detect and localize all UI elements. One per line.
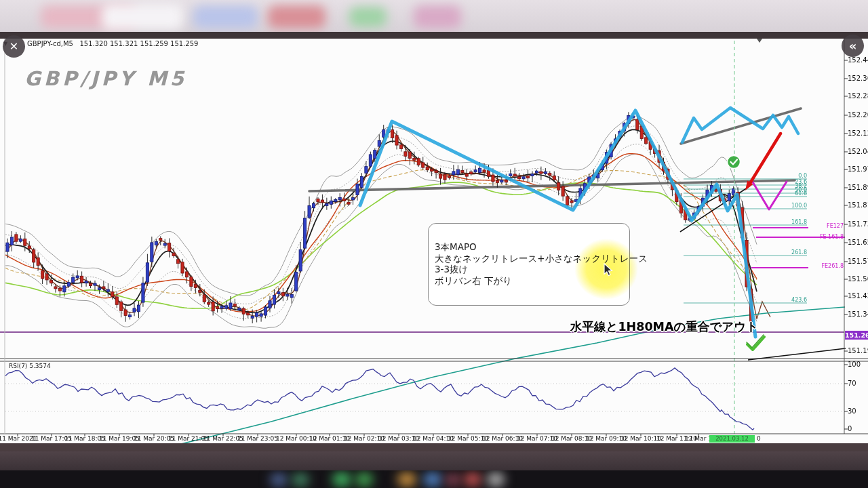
price-axis-label: 152.365 bbox=[848, 75, 868, 82]
price-axis-label: 151.190 bbox=[848, 347, 868, 354]
price-axis-label: 70 bbox=[848, 380, 856, 387]
time-axis-label: 11 Mar 23:05 bbox=[237, 435, 278, 442]
price-axis-label: 151.655 bbox=[848, 239, 868, 246]
taskbar-icon bbox=[397, 472, 416, 487]
price-axis-label: 152.440 bbox=[848, 56, 868, 64]
taskbar-icon bbox=[355, 472, 373, 487]
fib-level-label: 61.8 bbox=[795, 190, 807, 197]
price-axis-label: 151.425 bbox=[848, 292, 868, 300]
price-axis-label: 152.285 bbox=[848, 92, 868, 100]
price-axis-label: 151.500 bbox=[848, 275, 868, 283]
taskbar-icon bbox=[270, 473, 288, 487]
fib-level-label: 161.8 bbox=[791, 219, 807, 225]
price-axis-label: 151.970 bbox=[848, 165, 868, 173]
taskbar-icon bbox=[464, 472, 481, 487]
price-axis-label: 151.735 bbox=[848, 220, 868, 228]
fib-extension-label: FE261.8 bbox=[821, 263, 844, 269]
taskbar-icon bbox=[487, 472, 505, 487]
mouse-cursor bbox=[603, 263, 616, 278]
fib-level-label: 0.0 bbox=[798, 173, 807, 179]
taskbar-icon bbox=[332, 472, 351, 487]
chart-watermark: GBP/JPY M5 bbox=[24, 67, 187, 90]
current-price-tag: 151.269 bbox=[845, 331, 868, 340]
price-axis-label: 151.895 bbox=[848, 184, 868, 191]
mt4-chart-window[interactable]: ▼ GBPJPY-cd,M5 151.320 151.321 151.259 1… bbox=[0, 39, 868, 443]
time-axis-label: 0 bbox=[757, 435, 761, 442]
collapse-panel-button[interactable]: « bbox=[842, 35, 864, 57]
blur-blob bbox=[268, 5, 326, 28]
price-axis-label: 151.815 bbox=[848, 201, 868, 209]
blur-blob bbox=[102, 4, 183, 30]
rsi-indicator-label: RSI(7) 5.3574 bbox=[9, 363, 51, 369]
exit-callout-text: 水平線と1H80MAの重合でアウト bbox=[570, 319, 758, 335]
taskbar-icon bbox=[445, 473, 461, 487]
price-axis-label: 151.575 bbox=[848, 258, 868, 265]
window-top-edge bbox=[0, 32, 868, 39]
price-axis-label: 152.125 bbox=[848, 129, 868, 137]
price-axis-label: 152.045 bbox=[848, 148, 868, 155]
crosshair-time-tag: 2021.03.12 13:15 bbox=[709, 435, 755, 443]
price-axis-label: 0 bbox=[848, 425, 852, 432]
fib-extension-label: FE127 bbox=[827, 223, 844, 229]
window-bottom-edge bbox=[0, 443, 868, 451]
taskbar-icon bbox=[292, 473, 309, 487]
time-axis-label: 12 Mar 1 bbox=[685, 435, 712, 442]
price-axis-label: 152.205 bbox=[848, 111, 868, 119]
fib-level-label: 100.0 bbox=[791, 203, 807, 209]
blurred-taskbar bbox=[0, 470, 868, 488]
trading-chart-screen: ▼ GBPJPY-cd,M5 151.320 151.321 151.259 1… bbox=[0, 0, 868, 488]
price-axis-label: 151.345 bbox=[848, 310, 868, 318]
blur-blob bbox=[193, 5, 258, 28]
symbol-ohlc-readout: GBPJPY-cd,M5 151.320 151.321 151.259 151… bbox=[27, 40, 198, 47]
fib-level-label: 261.8 bbox=[791, 249, 807, 256]
blurred-browser-toolbar bbox=[0, 0, 868, 32]
time-axis-label: 12 Mar 10:10 bbox=[620, 435, 661, 442]
fib-level-label: 423.6 bbox=[791, 297, 807, 303]
price-axis-label: 100 bbox=[848, 361, 861, 368]
blur-blob bbox=[414, 5, 461, 28]
fib-extension-label: FE 161.8 bbox=[820, 234, 844, 240]
taskbar-icon bbox=[423, 472, 442, 487]
price-axis-label: 30 bbox=[848, 407, 856, 415]
close-chart-button[interactable]: ✕ bbox=[3, 35, 25, 58]
blurred-strip bbox=[0, 451, 868, 470]
blur-blob bbox=[349, 7, 387, 27]
